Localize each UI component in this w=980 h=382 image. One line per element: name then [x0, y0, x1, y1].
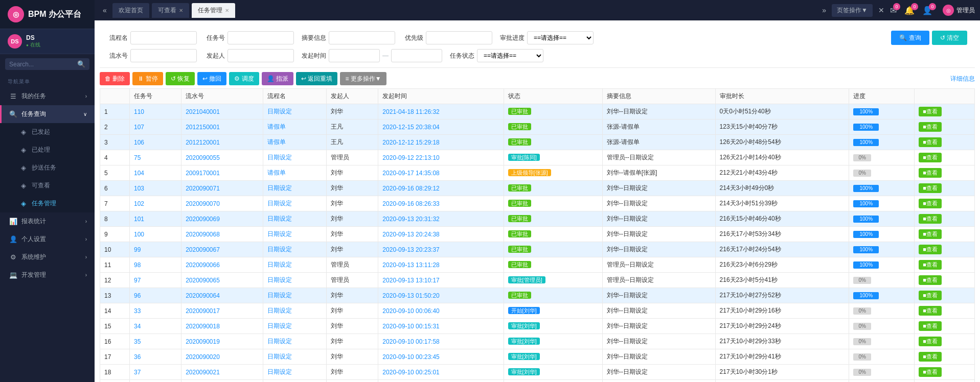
- table-row: 11 98 2020090066 日期设定 管理员 2020-09-13 13:…: [100, 257, 975, 273]
- input-process-name[interactable]: [130, 31, 197, 44]
- cell-duration: 216天23小时5分41秒: [715, 273, 849, 288]
- adjust-button[interactable]: ⚙ 调度: [229, 72, 259, 85]
- select-task-status[interactable]: ==请选择==: [477, 49, 543, 62]
- view-button[interactable]: ■查看: [919, 291, 942, 300]
- revoke-button[interactable]: ↩ 撤回: [197, 72, 226, 85]
- cell-initiator: 刘华: [327, 181, 378, 196]
- cell-process: 日期设定: [263, 380, 327, 383]
- cell-summary: 刘华--日期设定: [602, 227, 715, 242]
- reset-button[interactable]: ↺ 清空: [932, 31, 967, 45]
- cell-duration: 216天15小时46分40秒: [715, 211, 849, 227]
- view-button[interactable]: ■查看: [919, 137, 942, 147]
- tab-can-view[interactable]: 可查看 ✕: [152, 3, 189, 18]
- view-button[interactable]: ■查看: [919, 183, 942, 193]
- dev-icon: 💻: [9, 271, 17, 279]
- input-summary[interactable]: [329, 31, 395, 44]
- sidebar-item-sent[interactable]: ◈ 已发起: [0, 123, 95, 141]
- cell-start-time: 2020-09-10 00:23:45: [378, 349, 504, 365]
- sidebar-item-system-maint[interactable]: ⚙ 系统维护 ›: [0, 248, 95, 266]
- close-icon[interactable]: ✕: [179, 8, 183, 13]
- view-button[interactable]: ■查看: [919, 306, 942, 316]
- sidebar-item-label: 已发起: [32, 128, 87, 136]
- close-page-btn[interactable]: ✕: [875, 4, 887, 16]
- sidebar-item-my-tasks[interactable]: ☰ 我的任务 ›: [0, 87, 95, 105]
- view-button[interactable]: ■查看: [919, 245, 942, 254]
- cell-initiator: 管理员: [327, 150, 378, 165]
- view-button[interactable]: ■查看: [919, 229, 942, 239]
- col-summary: 摘要信息: [602, 89, 715, 104]
- cell-task-no: 103: [129, 181, 181, 196]
- more-ops-button[interactable]: ≡ 更多操作▼: [340, 72, 386, 85]
- sidebar-item-label: 任务查询: [21, 110, 79, 118]
- cell-action: ■查看: [915, 135, 975, 150]
- delete-button[interactable]: 🗑 删除: [100, 72, 130, 85]
- mail-icon[interactable]: ✉0: [890, 6, 897, 15]
- sidebar-item-personal-settings[interactable]: 👤 个人设置 ›: [0, 230, 95, 248]
- cell-progress: 0%: [849, 273, 915, 288]
- input-priority[interactable]: [426, 31, 492, 44]
- view-button[interactable]: ■查看: [919, 321, 942, 331]
- return-redo-button[interactable]: ↩ 返回重填: [296, 72, 337, 85]
- search-input[interactable]: [9, 61, 75, 68]
- page-ops-button[interactable]: 页签操作▼: [832, 4, 873, 17]
- restore-button[interactable]: ↺ 恢复: [166, 72, 195, 85]
- query-button[interactable]: 🔍 查询: [891, 31, 929, 45]
- cell-action: ■查看: [915, 211, 975, 227]
- nav-left-btn[interactable]: «: [100, 4, 110, 16]
- cell-summary: 刘华--日期设定: [602, 242, 715, 257]
- sidebar-item-task-mgmt[interactable]: ◈ 任务管理: [0, 195, 95, 212]
- cell-process: 日期设定: [263, 288, 327, 303]
- view-button[interactable]: ■查看: [919, 153, 942, 162]
- cell-action: ■查看: [915, 303, 975, 319]
- cell-start-time: 2020-09-10 00:06:40: [378, 303, 504, 319]
- view-button[interactable]: ■查看: [919, 168, 942, 178]
- view-button[interactable]: ■查看: [919, 337, 942, 346]
- user-icon: 👤: [9, 235, 17, 243]
- user-notif-icon[interactable]: 👤0: [922, 6, 932, 15]
- table-row: 12 97 2020090065 日期设定 管理员 2020-09-13 13:…: [100, 273, 975, 288]
- select-audit-progress[interactable]: ==请选择==: [527, 31, 594, 44]
- tab-task-mgmt[interactable]: 任务管理 ✕: [192, 3, 235, 18]
- cell-num: 8: [100, 211, 130, 227]
- cell-start-time: 2020-09-10 00:25:01: [378, 365, 504, 380]
- col-serial: 流水号: [181, 89, 263, 104]
- cell-process: 请假单: [263, 165, 327, 181]
- mgmt-icon: ◈: [19, 200, 28, 207]
- input-initiator[interactable]: [227, 49, 294, 62]
- input-start-time-from[interactable]: [329, 49, 380, 62]
- view-button[interactable]: ■查看: [919, 122, 942, 132]
- sidebar-item-dev-mgmt[interactable]: 💻 开发管理 ›: [0, 266, 95, 284]
- col-progress: 进度: [849, 89, 915, 104]
- view-button[interactable]: ■查看: [919, 352, 942, 362]
- cell-process: 日期设定: [263, 319, 327, 334]
- view-button[interactable]: ■查看: [919, 214, 942, 224]
- pause-button[interactable]: ⏸ 暂停: [132, 72, 163, 85]
- view-button[interactable]: ■查看: [919, 275, 942, 285]
- view-button[interactable]: ■查看: [919, 107, 942, 116]
- view-button[interactable]: ■查看: [919, 199, 942, 208]
- cell-start-time: 2020-09-16 08:26:33: [378, 196, 504, 211]
- input-task-no[interactable]: [227, 31, 294, 44]
- cell-serial: 2020090064: [181, 288, 263, 303]
- search-icon[interactable]: 🔍: [77, 60, 85, 68]
- assign-button[interactable]: 👤 指派: [262, 72, 293, 85]
- tab-welcome[interactable]: 欢迎首页: [112, 3, 149, 18]
- sidebar-item-copy-tasks[interactable]: ◈ 抄送任务: [0, 159, 95, 177]
- sidebar-item-report-stats[interactable]: 📊 报表统计 ›: [0, 212, 95, 230]
- sidebar-item-processed[interactable]: ◈ 已处理: [0, 141, 95, 159]
- input-start-time-to[interactable]: [391, 49, 442, 62]
- detail-info-link[interactable]: 详细信息: [950, 75, 975, 83]
- sidebar-item-can-view[interactable]: ◈ 可查看: [0, 177, 95, 195]
- sidebar-item-task-query[interactable]: 🔍 任务查询 ∨: [0, 105, 95, 123]
- view-button[interactable]: ■查看: [919, 260, 942, 270]
- cell-serial: 2020090017: [181, 303, 263, 319]
- cell-progress: 0%: [849, 165, 915, 181]
- col-status: 状态: [504, 89, 602, 104]
- query-icon: 🔍: [9, 110, 17, 118]
- bell-icon[interactable]: 🔔0: [904, 6, 915, 15]
- nav-right-btn[interactable]: »: [819, 4, 829, 16]
- close-icon[interactable]: ✕: [225, 8, 229, 13]
- cell-serial: 2020090069: [181, 211, 263, 227]
- view-button[interactable]: ■查看: [919, 367, 942, 377]
- input-serial-no[interactable]: [130, 49, 197, 62]
